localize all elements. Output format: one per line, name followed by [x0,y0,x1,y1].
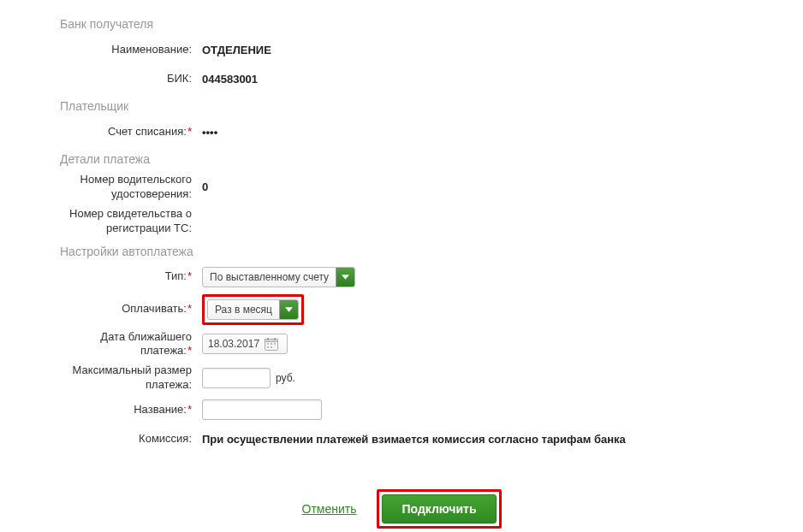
required-mark: * [187,269,192,282]
label-driver-license: Номер водительского удостоверения: [60,173,197,202]
value-driver-license: 0 [197,180,743,193]
highlight-submit: Подключить [377,489,501,529]
label-pay-frequency: Оплачивать:* [60,302,197,316]
required-mark: * [187,403,192,416]
label-vehicle-reg: Номер свидетельства о регистрации ТС: [60,207,197,236]
dropdown-arrow-icon [279,300,298,319]
highlight-pay-frequency: Раз в месяц [202,294,304,325]
row-title: Название:* [60,398,743,422]
row-pay-frequency: Оплачивать:* Раз в месяц [60,294,743,325]
row-name: Наименование: ОТДЕЛЕНИЕ [60,38,743,62]
calendar-icon [265,338,278,351]
row-debit-account: Счет списания:* •••• [60,120,743,144]
actions-bar: Отменить Подключить [60,489,743,529]
next-date-text: 18.03.2017 [208,338,259,350]
section-payer: Плательщик [60,99,743,113]
type-select-text: По выставленному счету [203,271,336,283]
label-debit-account: Счет списания:* [60,125,197,139]
row-bik: БИК: 044583001 [60,67,743,91]
row-driver-license: Номер водительского удостоверения: 0 [60,173,743,202]
required-mark: * [187,125,192,138]
svg-rect-6 [274,343,276,345]
required-mark: * [187,344,192,357]
row-type: Тип:* По выставленному счету [60,265,743,289]
pay-frequency-select[interactable]: Раз в месяц [207,299,299,320]
dropdown-arrow-icon [336,268,354,287]
value-debit-account: •••• [197,126,743,139]
row-next-date: Дата ближайшего платежа:* 18.03.2017 [60,330,743,359]
max-amount-input[interactable] [202,368,271,388]
label-max-amount: Максимальный размер платежа: [60,364,197,393]
section-recipient-bank: Банк получателя [60,17,743,31]
value-commission: При осуществлении платежей взимается ком… [197,433,743,446]
required-mark: * [187,302,192,315]
title-input[interactable] [202,399,322,420]
label-type: Тип:* [60,269,197,284]
section-payment-details: Детали платежа [60,152,743,166]
label-title: Название:* [60,403,197,417]
label-bik: БИК: [60,72,197,86]
label-commission: Комиссия: [60,432,197,446]
submit-button[interactable]: Подключить [382,494,496,523]
next-date-input[interactable]: 18.03.2017 [202,334,288,354]
label-name: Наименование: [60,43,197,57]
row-commission: Комиссия: При осуществлении платежей взи… [60,427,743,451]
svg-rect-4 [267,343,269,345]
row-vehicle-reg: Номер свидетельства о регистрации ТС: [60,207,743,236]
svg-rect-7 [267,346,269,348]
type-select[interactable]: По выставленному счету [202,267,355,287]
section-autopay: Настройки автоплатежа [60,245,743,258]
value-name: ОТДЕЛЕНИЕ [197,44,743,56]
svg-rect-1 [265,339,278,341]
svg-rect-5 [271,343,272,345]
row-max-amount: Максимальный размер платежа: руб. [60,364,743,393]
label-next-date: Дата ближайшего платежа:* [60,330,197,359]
value-bik: 044583001 [197,73,743,86]
pay-frequency-select-text: Раз в месяц [208,304,279,316]
amount-unit: руб. [276,372,295,384]
svg-rect-8 [271,346,272,348]
cancel-link[interactable]: Отменить [302,502,357,516]
